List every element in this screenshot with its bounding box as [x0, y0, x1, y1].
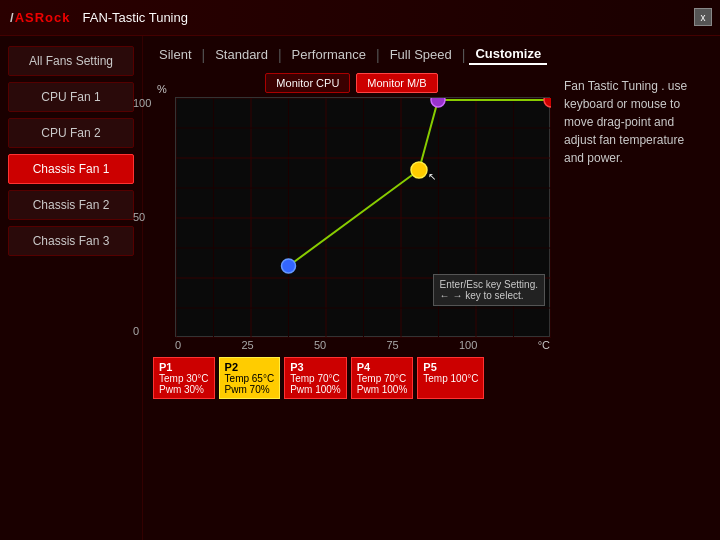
tab-divider-2: |	[274, 47, 286, 63]
app-title: FAN-Tastic Tuning	[82, 10, 188, 25]
point-card-p5[interactable]: P5Temp 100°C	[417, 357, 484, 399]
right-panel: Fan Tastic Tuning . use keyboard or mous…	[560, 73, 710, 532]
chart-container: Monitor CPU Monitor M/B 100 50 0 %	[153, 73, 550, 532]
y-label-100: 100	[133, 97, 151, 109]
x-label-75: 75	[386, 339, 398, 351]
x-label-100: 100	[459, 339, 477, 351]
sidebar-btn-cpu-fan-1[interactable]: CPU Fan 1	[8, 82, 134, 112]
chart-section: Monitor CPU Monitor M/B 100 50 0 %	[153, 73, 710, 532]
y-label-0: 0	[133, 325, 151, 337]
chart-outer: 100 50 0 %	[153, 97, 550, 351]
sidebar-btn-all-fans[interactable]: All Fans Setting	[8, 46, 134, 76]
tab-full-speed[interactable]: Full Speed	[384, 45, 458, 64]
tab-standard[interactable]: Standard	[209, 45, 274, 64]
x-label-25: 25	[241, 339, 253, 351]
monitor-buttons: Monitor CPU Monitor M/B	[153, 73, 550, 93]
header: /ASRock FAN-Tastic Tuning x	[0, 0, 720, 36]
y-percent-label: %	[157, 83, 167, 95]
close-button[interactable]: x	[694, 8, 712, 26]
tab-divider-3: |	[372, 47, 384, 63]
tab-silent[interactable]: Silent	[153, 45, 198, 64]
svg-text:↖: ↖	[428, 171, 436, 182]
temp-unit-label: °C	[538, 339, 550, 351]
point-p1-dot	[282, 259, 296, 273]
x-label-50: 50	[314, 339, 326, 351]
tab-performance[interactable]: Performance	[286, 45, 372, 64]
content-area: Silent|Standard|Performance|Full Speed|C…	[143, 36, 720, 540]
sidebar-btn-chassis-fan-1[interactable]: Chassis Fan 1	[8, 154, 134, 184]
x-axis-labels: 0 25 50 75 100 °C	[175, 337, 550, 351]
chart-tooltip: Enter/Esc key Setting.← → key to select.	[433, 274, 545, 306]
chart-area[interactable]: ↖ Enter/Esc key Setting.← → key to selec…	[175, 97, 550, 337]
tab-customize[interactable]: Customize	[469, 44, 547, 65]
tab-bar: Silent|Standard|Performance|Full Speed|C…	[153, 44, 710, 65]
sidebar-btn-cpu-fan-2[interactable]: CPU Fan 2	[8, 118, 134, 148]
description-text: Fan Tastic Tuning . use keyboard or mous…	[564, 77, 706, 167]
point-p5-dot	[544, 98, 551, 107]
sidebar: All Fans SettingCPU Fan 1CPU Fan 2Chassi…	[0, 36, 143, 540]
tab-divider-1: |	[198, 47, 210, 63]
point-p2-dot	[411, 162, 427, 178]
points-row: P1Temp 30°CPwm 30%P2Temp 65°CPwm 70%P3Te…	[153, 357, 550, 399]
point-card-p2[interactable]: P2Temp 65°CPwm 70%	[219, 357, 281, 399]
tab-divider-4: |	[458, 47, 470, 63]
point-card-p4[interactable]: P4Temp 70°CPwm 100%	[351, 357, 414, 399]
monitor-mb-button[interactable]: Monitor M/B	[356, 73, 437, 93]
y-label-50: 50	[133, 211, 151, 223]
y-axis: 100 50 0	[133, 97, 151, 337]
sidebar-btn-chassis-fan-3[interactable]: Chassis Fan 3	[8, 226, 134, 256]
point-card-p1[interactable]: P1Temp 30°CPwm 30%	[153, 357, 215, 399]
tooltip-text: Enter/Esc key Setting.← → key to select.	[440, 279, 538, 301]
point-card-p3[interactable]: P3Temp 70°CPwm 100%	[284, 357, 347, 399]
x-label-0: 0	[175, 339, 181, 351]
sidebar-btn-chassis-fan-2[interactable]: Chassis Fan 2	[8, 190, 134, 220]
point-p3-dot	[431, 98, 445, 107]
main-layout: All Fans SettingCPU Fan 1CPU Fan 2Chassi…	[0, 36, 720, 540]
logo: /ASRock	[10, 10, 70, 25]
monitor-cpu-button[interactable]: Monitor CPU	[265, 73, 350, 93]
